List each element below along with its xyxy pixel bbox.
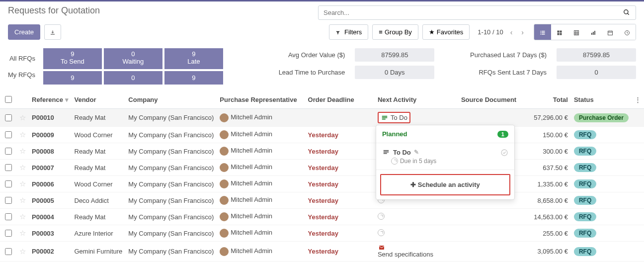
- search-input[interactable]: [318, 5, 636, 20]
- row-checkbox[interactable]: [5, 148, 12, 155]
- col-vendor[interactable]: Vendor: [72, 90, 126, 109]
- dash-my-waiting[interactable]: 0: [104, 71, 162, 85]
- plus-icon: ✚: [410, 181, 416, 188]
- cell-reference[interactable]: P00009: [29, 127, 72, 143]
- status-badge: RFQ: [574, 212, 596, 221]
- view-pivot-button[interactable]: [568, 24, 585, 40]
- star-icon[interactable]: ☆: [19, 147, 26, 155]
- filters-button[interactable]: Filters: [329, 24, 368, 40]
- row-checkbox[interactable]: [5, 230, 12, 237]
- clock-icon: [624, 28, 631, 36]
- star-icon[interactable]: ☆: [19, 163, 26, 172]
- table-row[interactable]: ☆P00010Ready MatMy Company (San Francisc…: [0, 109, 644, 127]
- cell-reference[interactable]: P00001: [29, 262, 72, 264]
- svg-rect-6: [542, 32, 545, 33]
- col-deadline[interactable]: Order Deadline: [305, 90, 375, 109]
- cell-deadline: Yesterday: [305, 176, 375, 192]
- cell-rep: Mitchell Admin: [217, 262, 305, 264]
- stat-rfqsent-value: 0: [557, 66, 636, 79]
- cell-activity[interactable]: [375, 209, 458, 225]
- cell-activity[interactable]: [375, 262, 458, 264]
- dash-all-waiting[interactable]: 0Waiting: [104, 48, 162, 69]
- star-icon[interactable]: ☆: [19, 247, 26, 256]
- dash-row-label-my: My RFQs: [8, 71, 35, 79]
- stat-avg-value: 87599.85: [355, 48, 434, 62]
- row-checkbox[interactable]: [5, 197, 12, 204]
- cell-status: RFQ: [571, 262, 632, 264]
- select-all-checkbox[interactable]: [5, 96, 12, 103]
- star-icon[interactable]: ☆: [19, 196, 26, 204]
- table-row[interactable]: ☆P00001Wood CornerMy Company (San Franci…: [0, 262, 644, 264]
- pencil-icon[interactable]: ✎: [414, 149, 419, 156]
- table-row[interactable]: ☆P00009Wood CornerMy Company (San Franci…: [0, 127, 644, 143]
- groupby-button[interactable]: ≡Group By: [372, 24, 418, 40]
- row-checkbox[interactable]: [5, 131, 12, 138]
- table-row[interactable]: ☆P00004Ready MatMy Company (San Francisc…: [0, 209, 644, 225]
- col-total[interactable]: Total: [519, 90, 571, 109]
- col-reference[interactable]: Reference ▾: [29, 90, 72, 109]
- cell-reference[interactable]: P00008: [29, 143, 72, 160]
- cell-vendor: Azure Interior: [72, 225, 126, 242]
- star-icon[interactable]: ☆: [19, 130, 26, 139]
- star-icon[interactable]: ☆: [19, 212, 26, 221]
- favorites-button[interactable]: ★Favorites: [422, 24, 470, 40]
- row-checkbox[interactable]: [5, 248, 12, 255]
- col-activity[interactable]: Next Activity: [375, 90, 458, 109]
- check-circle-icon[interactable]: [500, 148, 508, 157]
- activity-todo-highlight[interactable]: To Do: [378, 112, 410, 123]
- cell-activity[interactable]: Send specifications: [375, 242, 458, 262]
- status-badge: RFQ: [574, 163, 596, 172]
- dash-all-late[interactable]: 9Late: [164, 48, 223, 69]
- table-row[interactable]: ☆P00002Gemini FurnitureMy Company (San F…: [0, 242, 644, 262]
- table-row[interactable]: ☆P00005Deco AddictMy Company (San Franci…: [0, 192, 644, 209]
- col-company[interactable]: Company: [125, 90, 217, 109]
- star-icon[interactable]: ☆: [19, 179, 26, 188]
- col-source[interactable]: Source Document: [458, 90, 519, 109]
- cell-activity[interactable]: To DoPlanned1 To Do ✎Due in 5 days✚ Sche…: [375, 109, 458, 127]
- view-kanban-button[interactable]: [551, 24, 568, 40]
- cell-reference[interactable]: P00005: [29, 192, 72, 209]
- cell-reference[interactable]: P00002: [29, 242, 72, 262]
- row-checkbox[interactable]: [5, 180, 12, 187]
- search-button[interactable]: [620, 7, 633, 16]
- column-options-button[interactable]: ⋮: [635, 96, 641, 103]
- view-activity-button[interactable]: [619, 24, 636, 40]
- schedule-activity-button[interactable]: ✚ Schedule an activity: [380, 174, 510, 195]
- pager-next-button[interactable]: ›: [519, 26, 526, 38]
- cell-rep: Mitchell Admin: [217, 143, 305, 160]
- row-checkbox[interactable]: [5, 114, 12, 121]
- view-calendar-button[interactable]: [602, 24, 619, 40]
- cell-status: RFQ: [571, 209, 632, 225]
- table-row[interactable]: ☆P00008Ready MatMy Company (San Francisc…: [0, 143, 644, 160]
- row-checkbox[interactable]: [5, 164, 12, 171]
- dash-my-tosend[interactable]: 9: [43, 71, 102, 85]
- cell-reference[interactable]: P00006: [29, 176, 72, 192]
- svg-point-34: [501, 150, 507, 156]
- cell-reference[interactable]: P00007: [29, 160, 72, 176]
- star-icon[interactable]: ☆: [19, 113, 26, 122]
- pager-prev-button[interactable]: ‹: [508, 26, 515, 38]
- import-button[interactable]: [44, 24, 61, 40]
- envelope-icon: [378, 245, 455, 251]
- avatar: [220, 163, 229, 172]
- view-list-button[interactable]: [534, 24, 551, 40]
- table-row[interactable]: ☆P00007Ready MatMy Company (San Francisc…: [0, 160, 644, 176]
- create-button[interactable]: Create: [8, 24, 40, 40]
- svg-rect-3: [541, 31, 542, 32]
- star-icon[interactable]: ☆: [19, 229, 26, 237]
- view-graph-button[interactable]: [585, 24, 602, 40]
- dash-my-late[interactable]: 9: [164, 71, 223, 85]
- cell-activity[interactable]: [375, 225, 458, 242]
- groupby-icon: ≡: [379, 28, 383, 36]
- status-badge: RFQ: [574, 179, 596, 188]
- dash-all-tosend[interactable]: 9To Send: [43, 48, 102, 69]
- cell-reference[interactable]: P00004: [29, 209, 72, 225]
- table-row[interactable]: ☆P00003Azure InteriorMy Company (San Fra…: [0, 225, 644, 242]
- pager-text: 1-10 / 10: [478, 28, 503, 36]
- table-row[interactable]: ☆P00006Wood CornerMy Company (San Franci…: [0, 176, 644, 192]
- cell-reference[interactable]: P00010: [29, 109, 72, 127]
- col-rep[interactable]: Purchase Representative: [217, 90, 305, 109]
- col-status[interactable]: Status: [571, 90, 632, 109]
- cell-reference[interactable]: P00003: [29, 225, 72, 242]
- row-checkbox[interactable]: [5, 213, 12, 220]
